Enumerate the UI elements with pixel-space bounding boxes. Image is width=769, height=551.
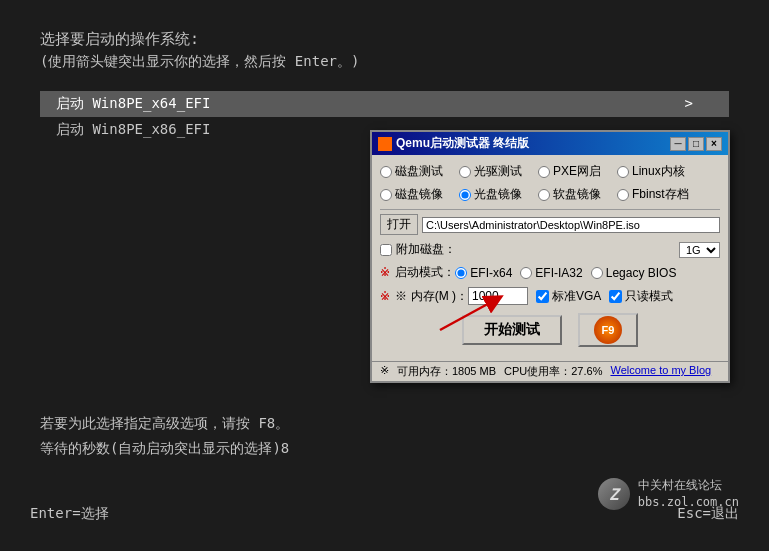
open-button[interactable]: 打开 [380,214,418,235]
enter-label: Enter=选择 [30,505,109,523]
boot-title: 选择要启动的操作系统: [40,30,729,49]
readonly-checkbox[interactable] [609,290,622,303]
radio-optical-test-input[interactable] [459,166,471,178]
radio-floppy-image[interactable]: 软盘镜像 [538,186,601,203]
radio-fbinst[interactable]: Fbinst存档 [617,186,689,203]
watermark-line2: bbs.zol.com.cn [638,494,739,511]
radio-linux[interactable]: Linux内核 [617,163,685,180]
radio-pxe[interactable]: PXE网启 [538,163,601,180]
boot-mode-legacy-input[interactable] [591,267,603,279]
radio-optical-image-label: 光盘镜像 [474,186,522,203]
memory-sym: ※ [380,289,390,303]
boot-mode-row: ※ 启动模式： EFI-x64 EFI-IA32 Legacy BIOS [380,264,720,281]
boot-mode-efi-x64-label: EFI-x64 [470,266,512,280]
watermark-logo-letter: Z [609,485,619,504]
radio-disk-test-input[interactable] [380,166,392,178]
status-sym: ※ [380,364,389,379]
f9-logo: F9 [594,316,622,344]
boot-footer-line2: 等待的秒数(自动启动突出显示的选择)8 [40,436,289,461]
disk-size-select[interactable]: 1G 2G 4G [679,242,720,258]
boot-mode-efi-x64-input[interactable] [455,267,467,279]
boot-option-0[interactable]: 启动 Win8PE_x64_EFI > [40,91,729,117]
radio-pxe-label: PXE网启 [553,163,601,180]
attach-disk-label: 附加磁盘： [396,241,456,258]
radio-fbinst-label: Fbinst存档 [632,186,689,203]
dialog-titlebar-left: Qemu启动测试器 终结版 [378,135,529,152]
dialog-titlebar: Qemu启动测试器 终结版 ─ □ × [372,132,728,155]
status-mem: 可用内存：1805 MB [397,364,496,379]
boot-mode-row-label: ※ 启动模式： [380,264,455,281]
std-vga-label: 标准VGA [552,288,601,305]
radio-optical-test-label: 光驱测试 [474,163,522,180]
maximize-button[interactable]: □ [688,137,704,151]
dialog-statusbar: ※ 可用内存：1805 MB CPU使用率：27.6% Welcome to m… [372,361,728,381]
boot-option-1-label: 启动 Win8PE_x86_EFI [56,121,210,137]
boot-mode-efi-ia32-input[interactable] [520,267,532,279]
dialog-body: 磁盘测试 光驱测试 PXE网启 Linux内核 [372,155,728,361]
boot-footer-top: 若要为此选择指定高级选项，请按 F8。 等待的秒数(自动启动突出显示的选择)8 [40,411,289,461]
close-button[interactable]: × [706,137,722,151]
boot-screen: 选择要启动的操作系统: (使用箭头键突出显示你的选择，然后按 Enter。) 启… [0,0,769,551]
boot-footer-line1: 若要为此选择指定高级选项，请按 F8。 [40,411,289,436]
radio-pxe-input[interactable] [538,166,550,178]
boot-footer-bottom: Enter=选择 Z 中关村在线论坛 bbs.zol.com.cn Esc=退出 [0,497,769,531]
boot-subtitle: (使用箭头键突出显示你的选择，然后按 Enter。) [40,53,729,71]
watermark-text: 中关村在线论坛 bbs.zol.com.cn [638,477,739,511]
status-cpu: CPU使用率：27.6% [504,364,602,379]
attach-disk-checkbox[interactable] [380,244,392,256]
f9-box[interactable]: F9 [578,313,638,347]
radio-disk-test-label: 磁盘测试 [395,163,443,180]
radio-disk-image-label: 磁盘镜像 [395,186,443,203]
start-button[interactable]: 开始测试 [462,315,562,345]
file-path-input[interactable] [422,217,720,233]
memory-checkboxes: 标准VGA 只读模式 [536,288,673,305]
watermark-logo: Z [598,478,630,510]
radio-optical-image-input[interactable] [459,189,471,201]
start-row: 开始测试 F9 [380,313,720,347]
std-vga-checkbox[interactable] [536,290,549,303]
memory-row-label: ※ ※ 内存(M )： [380,288,468,305]
boot-mode-efi-ia32-label: EFI-IA32 [535,266,582,280]
radio-disk-image-input[interactable] [380,189,392,201]
watermark-line1: 中关村在线论坛 [638,477,739,494]
boot-mode-efi-ia32[interactable]: EFI-IA32 [520,266,582,280]
radio-disk-image[interactable]: 磁盘镜像 [380,186,443,203]
open-file-row: 打开 [380,214,720,235]
boot-mode-sym: ※ [380,265,390,279]
radio-optical-image[interactable]: 光盘镜像 [459,186,522,203]
f9-logo-text: F9 [602,324,615,336]
minimize-button[interactable]: ─ [670,137,686,151]
boot-mode-legacy[interactable]: Legacy BIOS [591,266,677,280]
boot-mode-efi-x64[interactable]: EFI-x64 [455,266,512,280]
radio-row-2: 磁盘镜像 光盘镜像 软盘镜像 Fbinst存档 [380,186,720,203]
radio-optical-test[interactable]: 光驱测试 [459,163,522,180]
radio-disk-test[interactable]: 磁盘测试 [380,163,443,180]
watermark: Z 中关村在线论坛 bbs.zol.com.cn [598,477,739,511]
boot-mode-legacy-label: Legacy BIOS [606,266,677,280]
radio-linux-input[interactable] [617,166,629,178]
radio-floppy-image-input[interactable] [538,189,550,201]
attach-disk-row: 附加磁盘： 1G 2G 4G [380,241,720,258]
boot-mode-label-text: 启动模式： [395,265,455,279]
dialog-title: Qemu启动测试器 终结版 [396,135,529,152]
separator-1 [380,209,720,210]
radio-linux-label: Linux内核 [632,163,685,180]
memory-input[interactable] [468,287,528,305]
boot-option-0-label: 启动 Win8PE_x64_EFI [56,95,210,111]
readonly-label: 只读模式 [625,288,673,305]
std-vga-checkbox-item[interactable]: 标准VGA [536,288,601,305]
memory-row: ※ ※ 内存(M )： 标准VGA 只读模式 [380,287,720,305]
readonly-checkbox-item[interactable]: 只读模式 [609,288,673,305]
dialog-icon [378,137,392,151]
boot-option-0-arrow: > [685,95,693,111]
status-blog-link[interactable]: Welcome to my Blog [610,364,711,379]
radio-floppy-image-label: 软盘镜像 [553,186,601,203]
dialog-window: Qemu启动测试器 终结版 ─ □ × 磁盘测试 光驱测试 [370,130,730,383]
radio-fbinst-input[interactable] [617,189,629,201]
memory-colon: )： [452,289,468,303]
radio-row-1: 磁盘测试 光驱测试 PXE网启 Linux内核 [380,163,720,180]
memory-label-text: ※ 内存(M [395,289,448,303]
dialog-controls: ─ □ × [670,137,722,151]
boot-mode-radios: EFI-x64 EFI-IA32 Legacy BIOS [455,266,676,280]
